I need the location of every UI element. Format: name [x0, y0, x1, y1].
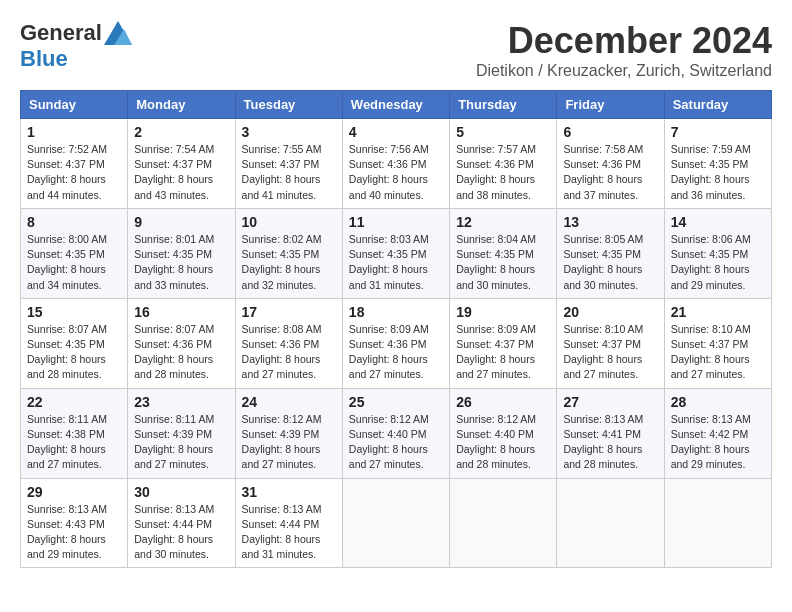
- day-number: 19: [456, 304, 550, 320]
- day-cell: 7 Sunrise: 7:59 AM Sunset: 4:35 PM Dayli…: [664, 119, 771, 209]
- week-row-3: 15 Sunrise: 8:07 AM Sunset: 4:35 PM Dayl…: [21, 298, 772, 388]
- day-cell: 15 Sunrise: 8:07 AM Sunset: 4:35 PM Dayl…: [21, 298, 128, 388]
- logo: General Blue: [20, 20, 132, 72]
- day-info: Sunrise: 8:10 AM Sunset: 4:37 PM Dayligh…: [563, 322, 657, 383]
- week-row-2: 8 Sunrise: 8:00 AM Sunset: 4:35 PM Dayli…: [21, 208, 772, 298]
- day-number: 7: [671, 124, 765, 140]
- day-info: Sunrise: 8:07 AM Sunset: 4:36 PM Dayligh…: [134, 322, 228, 383]
- week-row-1: 1 Sunrise: 7:52 AM Sunset: 4:37 PM Dayli…: [21, 119, 772, 209]
- day-info: Sunrise: 7:56 AM Sunset: 4:36 PM Dayligh…: [349, 142, 443, 203]
- month-title: December 2024: [476, 20, 772, 62]
- day-info: Sunrise: 8:10 AM Sunset: 4:37 PM Dayligh…: [671, 322, 765, 383]
- day-cell: 21 Sunrise: 8:10 AM Sunset: 4:37 PM Dayl…: [664, 298, 771, 388]
- day-info: Sunrise: 7:55 AM Sunset: 4:37 PM Dayligh…: [242, 142, 336, 203]
- day-number: 9: [134, 214, 228, 230]
- day-cell: 26 Sunrise: 8:12 AM Sunset: 4:40 PM Dayl…: [450, 388, 557, 478]
- day-number: 4: [349, 124, 443, 140]
- day-cell: 20 Sunrise: 8:10 AM Sunset: 4:37 PM Dayl…: [557, 298, 664, 388]
- day-cell: [557, 478, 664, 568]
- day-cell: 24 Sunrise: 8:12 AM Sunset: 4:39 PM Dayl…: [235, 388, 342, 478]
- day-info: Sunrise: 8:04 AM Sunset: 4:35 PM Dayligh…: [456, 232, 550, 293]
- logo-icon: [104, 21, 132, 45]
- day-number: 12: [456, 214, 550, 230]
- day-cell: 9 Sunrise: 8:01 AM Sunset: 4:35 PM Dayli…: [128, 208, 235, 298]
- day-info: Sunrise: 7:59 AM Sunset: 4:35 PM Dayligh…: [671, 142, 765, 203]
- day-number: 21: [671, 304, 765, 320]
- day-cell: [342, 478, 449, 568]
- weekday-header-monday: Monday: [128, 91, 235, 119]
- location-title: Dietikon / Kreuzacker, Zurich, Switzerla…: [476, 62, 772, 80]
- day-number: 22: [27, 394, 121, 410]
- day-number: 27: [563, 394, 657, 410]
- day-cell: 2 Sunrise: 7:54 AM Sunset: 4:37 PM Dayli…: [128, 119, 235, 209]
- day-cell: 27 Sunrise: 8:13 AM Sunset: 4:41 PM Dayl…: [557, 388, 664, 478]
- day-info: Sunrise: 8:02 AM Sunset: 4:35 PM Dayligh…: [242, 232, 336, 293]
- weekday-header-saturday: Saturday: [664, 91, 771, 119]
- day-number: 14: [671, 214, 765, 230]
- day-info: Sunrise: 8:09 AM Sunset: 4:36 PM Dayligh…: [349, 322, 443, 383]
- logo-general-text: General: [20, 20, 102, 46]
- day-number: 5: [456, 124, 550, 140]
- day-cell: 30 Sunrise: 8:13 AM Sunset: 4:44 PM Dayl…: [128, 478, 235, 568]
- day-info: Sunrise: 7:58 AM Sunset: 4:36 PM Dayligh…: [563, 142, 657, 203]
- day-info: Sunrise: 8:13 AM Sunset: 4:44 PM Dayligh…: [242, 502, 336, 563]
- day-cell: 3 Sunrise: 7:55 AM Sunset: 4:37 PM Dayli…: [235, 119, 342, 209]
- day-info: Sunrise: 8:00 AM Sunset: 4:35 PM Dayligh…: [27, 232, 121, 293]
- day-number: 28: [671, 394, 765, 410]
- day-number: 2: [134, 124, 228, 140]
- day-number: 11: [349, 214, 443, 230]
- day-info: Sunrise: 8:01 AM Sunset: 4:35 PM Dayligh…: [134, 232, 228, 293]
- weekday-header-thursday: Thursday: [450, 91, 557, 119]
- day-info: Sunrise: 7:54 AM Sunset: 4:37 PM Dayligh…: [134, 142, 228, 203]
- day-cell: 8 Sunrise: 8:00 AM Sunset: 4:35 PM Dayli…: [21, 208, 128, 298]
- day-number: 26: [456, 394, 550, 410]
- calendar-table: SundayMondayTuesdayWednesdayThursdayFrid…: [20, 90, 772, 568]
- day-cell: 19 Sunrise: 8:09 AM Sunset: 4:37 PM Dayl…: [450, 298, 557, 388]
- day-number: 17: [242, 304, 336, 320]
- day-info: Sunrise: 7:57 AM Sunset: 4:36 PM Dayligh…: [456, 142, 550, 203]
- day-info: Sunrise: 8:09 AM Sunset: 4:37 PM Dayligh…: [456, 322, 550, 383]
- day-cell: 29 Sunrise: 8:13 AM Sunset: 4:43 PM Dayl…: [21, 478, 128, 568]
- day-cell: 13 Sunrise: 8:05 AM Sunset: 4:35 PM Dayl…: [557, 208, 664, 298]
- day-cell: 25 Sunrise: 8:12 AM Sunset: 4:40 PM Dayl…: [342, 388, 449, 478]
- day-info: Sunrise: 8:13 AM Sunset: 4:42 PM Dayligh…: [671, 412, 765, 473]
- day-number: 18: [349, 304, 443, 320]
- day-number: 8: [27, 214, 121, 230]
- day-info: Sunrise: 8:07 AM Sunset: 4:35 PM Dayligh…: [27, 322, 121, 383]
- day-number: 3: [242, 124, 336, 140]
- day-cell: 10 Sunrise: 8:02 AM Sunset: 4:35 PM Dayl…: [235, 208, 342, 298]
- week-row-4: 22 Sunrise: 8:11 AM Sunset: 4:38 PM Dayl…: [21, 388, 772, 478]
- day-cell: 11 Sunrise: 8:03 AM Sunset: 4:35 PM Dayl…: [342, 208, 449, 298]
- day-cell: 28 Sunrise: 8:13 AM Sunset: 4:42 PM Dayl…: [664, 388, 771, 478]
- day-number: 31: [242, 484, 336, 500]
- day-number: 25: [349, 394, 443, 410]
- week-row-5: 29 Sunrise: 8:13 AM Sunset: 4:43 PM Dayl…: [21, 478, 772, 568]
- day-number: 20: [563, 304, 657, 320]
- weekday-header-row: SundayMondayTuesdayWednesdayThursdayFrid…: [21, 91, 772, 119]
- day-info: Sunrise: 8:08 AM Sunset: 4:36 PM Dayligh…: [242, 322, 336, 383]
- day-number: 24: [242, 394, 336, 410]
- day-cell: 18 Sunrise: 8:09 AM Sunset: 4:36 PM Dayl…: [342, 298, 449, 388]
- day-info: Sunrise: 8:11 AM Sunset: 4:38 PM Dayligh…: [27, 412, 121, 473]
- day-number: 13: [563, 214, 657, 230]
- weekday-header-friday: Friday: [557, 91, 664, 119]
- day-number: 15: [27, 304, 121, 320]
- day-cell: 31 Sunrise: 8:13 AM Sunset: 4:44 PM Dayl…: [235, 478, 342, 568]
- day-cell: 1 Sunrise: 7:52 AM Sunset: 4:37 PM Dayli…: [21, 119, 128, 209]
- weekday-header-wednesday: Wednesday: [342, 91, 449, 119]
- day-info: Sunrise: 8:13 AM Sunset: 4:43 PM Dayligh…: [27, 502, 121, 563]
- page-header: General Blue December 2024 Dietikon / Kr…: [20, 20, 772, 80]
- day-cell: 23 Sunrise: 8:11 AM Sunset: 4:39 PM Dayl…: [128, 388, 235, 478]
- day-number: 30: [134, 484, 228, 500]
- day-info: Sunrise: 8:05 AM Sunset: 4:35 PM Dayligh…: [563, 232, 657, 293]
- day-cell: 17 Sunrise: 8:08 AM Sunset: 4:36 PM Dayl…: [235, 298, 342, 388]
- day-cell: 14 Sunrise: 8:06 AM Sunset: 4:35 PM Dayl…: [664, 208, 771, 298]
- day-info: Sunrise: 8:03 AM Sunset: 4:35 PM Dayligh…: [349, 232, 443, 293]
- day-cell: 12 Sunrise: 8:04 AM Sunset: 4:35 PM Dayl…: [450, 208, 557, 298]
- logo-blue-text: Blue: [20, 46, 68, 72]
- day-info: Sunrise: 8:12 AM Sunset: 4:39 PM Dayligh…: [242, 412, 336, 473]
- day-cell: [450, 478, 557, 568]
- weekday-header-tuesday: Tuesday: [235, 91, 342, 119]
- day-info: Sunrise: 8:13 AM Sunset: 4:44 PM Dayligh…: [134, 502, 228, 563]
- day-number: 29: [27, 484, 121, 500]
